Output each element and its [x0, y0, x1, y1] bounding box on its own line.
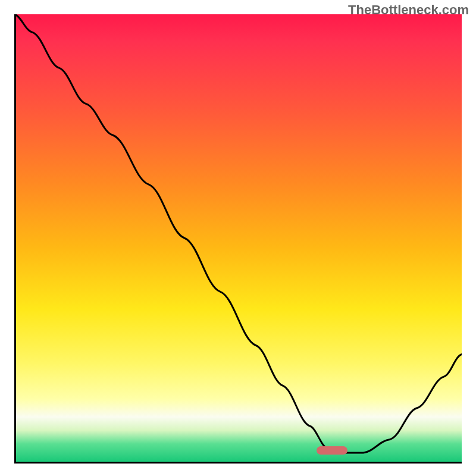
x-axis [14, 462, 462, 464]
axes [0, 0, 476, 476]
watermark-text: TheBottleneck.com [348, 2, 469, 18]
y-axis [14, 14, 16, 462]
optimum-marker [317, 446, 347, 455]
bottleneck-chart: TheBottleneck.com [0, 0, 476, 476]
